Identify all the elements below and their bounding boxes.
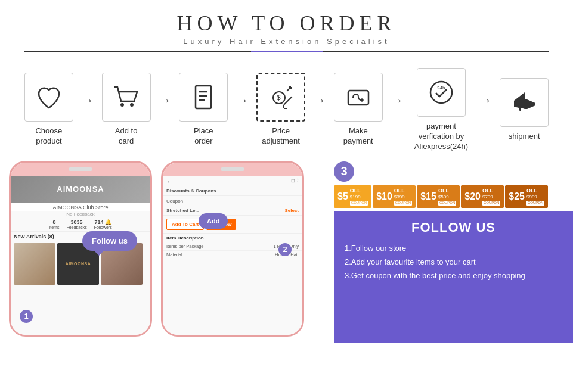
coupon-20: $20 OFF $799 COUPON xyxy=(461,185,504,208)
coupon-15: $15 OFF $599 COUPON xyxy=(417,185,460,208)
step-circle-2: 2 xyxy=(278,243,292,256)
follow-item-1: 1.Follow our store xyxy=(345,241,562,255)
arrow-2: → xyxy=(158,93,171,126)
svg-text:24h: 24h xyxy=(437,85,445,91)
follow-us-bubble: Follow us xyxy=(82,231,137,251)
step-shipment: shipment xyxy=(493,78,555,142)
step-label-shipment: shipment xyxy=(509,132,540,142)
phone2-item-desc: Item Description xyxy=(163,233,302,242)
step-payment-verification: 24h paymentverfication byAliexpress(24h) xyxy=(405,68,478,152)
header-divider xyxy=(24,51,549,52)
arrow-3: → xyxy=(236,93,249,126)
choose-product-icon-box xyxy=(24,73,73,122)
phone1-stat-items: 8 Items xyxy=(49,219,59,229)
payment-verification-icon-box: 24h xyxy=(417,68,466,117)
step-label-make-payment: Makepayment xyxy=(343,126,373,147)
svg-point-15 xyxy=(361,99,363,101)
page-title: HOW TO ORDER xyxy=(0,11,573,36)
shipment-icon-box xyxy=(500,78,549,127)
add-to-cart-icon-box xyxy=(102,73,151,122)
phone1-stat-followers: 714 🔔 Followers xyxy=(94,219,112,229)
bottom-section: AIMOONSA AIMOONSA Club Store No Feedback… xyxy=(0,158,573,343)
phone2-top-bar xyxy=(163,163,302,176)
step-label-payment-verification: paymentverfication byAliexpress(24h) xyxy=(414,122,468,152)
step-label-choose-product: Chooseproduct xyxy=(35,126,62,147)
follow-item-2: 2.Add your favourite items to your cart xyxy=(345,255,562,269)
divider-left xyxy=(24,51,251,52)
phone2-cart-buttons: Add To Cart Buy Now xyxy=(163,216,302,233)
step-price-adjustment: $ Priceadjustment xyxy=(250,73,312,147)
svg-line-8 xyxy=(287,87,291,91)
coupon-25: $25 OFF $999 COUPON xyxy=(505,185,548,208)
page-header: HOW TO ORDER Luxury Hair Extension Speci… xyxy=(0,0,573,56)
step-label-add-to-cart: Add tocard xyxy=(115,126,138,147)
svg-point-0 xyxy=(120,103,124,107)
divider-right xyxy=(323,51,550,52)
coupons-row: $5 OFF $199 COUPON $10 OFF $399 COUPON $… xyxy=(334,185,573,208)
step-circle-3: 3 xyxy=(334,161,354,182)
divider-accent xyxy=(251,51,323,52)
add-bubble: Add xyxy=(199,213,228,229)
phone2-coupon-row: Coupon xyxy=(163,196,302,206)
phone1-stats: 8 Items 3035 Feedbacks 714 🔔 Followers xyxy=(11,217,150,232)
make-payment-icon-box xyxy=(334,73,383,122)
follow-us-box: FOLLOW US 1.Follow our store 2.Add your … xyxy=(334,211,573,343)
step-label-place-order: Placeorder xyxy=(194,126,213,147)
phone1-brand-name: AIMOONSA xyxy=(57,185,104,194)
price-adjustment-icon-box: $ xyxy=(256,73,305,122)
coupon-10: $10 OFF $399 COUPON xyxy=(373,185,416,208)
arrow-6: → xyxy=(479,93,492,126)
phone1-speaker xyxy=(69,167,92,171)
phone2-discounts-section: Discounts & Coupons xyxy=(163,186,302,196)
arrow-5: → xyxy=(391,93,404,126)
step-place-order: Placeorder xyxy=(172,73,234,147)
phone1-mockup: AIMOONSA AIMOONSA Club Store No Feedback… xyxy=(9,161,152,337)
follow-us-title: FOLLOW US xyxy=(345,220,562,235)
phone2-nav: ← ⋯ ⊡ ⤴ xyxy=(163,176,302,186)
phone1-stat-feedbacks: 3035 Feedbacks xyxy=(66,219,86,229)
step-label-price-adjustment: Priceadjustment xyxy=(262,126,300,147)
phones-area: AIMOONSA AIMOONSA Club Store No Feedback… xyxy=(0,158,334,343)
svg-text:$: $ xyxy=(277,94,281,102)
step-add-to-cart: Add tocard xyxy=(95,73,157,147)
svg-rect-2 xyxy=(196,86,211,108)
step-make-payment: Makepayment xyxy=(327,73,389,147)
right-panel: 3 $5 OFF $199 COUPON $10 OFF $399 COUPON xyxy=(334,158,573,343)
phone2-speaker xyxy=(221,167,244,171)
arrow-1: → xyxy=(81,93,94,126)
step-circle-1: 1 xyxy=(20,310,33,323)
product-thumb-1 xyxy=(14,243,55,285)
page-subtitle: Luxury Hair Extension Specialist xyxy=(0,37,573,46)
place-order-icon-box xyxy=(179,73,228,122)
phone1-store-name: AIMOONSA Club Store xyxy=(11,203,150,211)
phone1-brand-header: AIMOONSA xyxy=(11,176,150,203)
follow-item-3: 3.Get coupon with the best price and enj… xyxy=(345,269,562,282)
arrow-4: → xyxy=(313,93,326,126)
phone1-screen: AIMOONSA AIMOONSA Club Store No Feedback… xyxy=(11,176,150,335)
svg-marker-19 xyxy=(527,99,535,109)
steps-row: Chooseproduct → Add tocard → Placeorder … xyxy=(0,56,573,158)
phone2-mockup: ← ⋯ ⊡ ⤴ Discounts & Coupons Coupon Stret… xyxy=(161,161,304,337)
phone1-top-bar xyxy=(11,163,150,176)
step-choose-product: Chooseproduct xyxy=(18,73,80,147)
svg-rect-18 xyxy=(525,99,527,109)
phone2-stretched: Stretched Le... Select xyxy=(163,206,302,216)
coupon-5: $5 OFF $199 COUPON xyxy=(334,185,371,208)
svg-point-1 xyxy=(130,103,134,107)
